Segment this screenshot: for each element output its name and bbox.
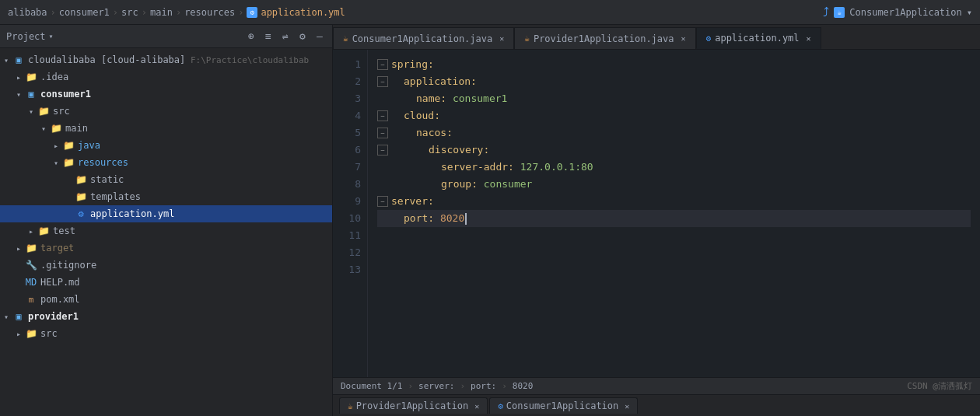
breadcrumb-src[interactable]: src [121, 7, 138, 18]
tree-label-main: main [65, 123, 88, 134]
tree-label-test: test [53, 225, 75, 236]
fold-1[interactable]: − [377, 59, 388, 70]
tree-label-consumer1: consumer1 [40, 89, 91, 100]
code-spring: spring: [391, 56, 434, 73]
tree-item-provider-src[interactable]: ▸ 📁 src [0, 325, 332, 342]
java-icon-tab1: ☕ [343, 33, 348, 44]
watermark: CSDN @清洒孤灯 [907, 380, 972, 392]
bottom-tab-provider[interactable]: ☕ Provider1Application ✕ [339, 397, 488, 414]
fold-5[interactable]: − [377, 128, 388, 138]
yml-icon-tab: ⚙ [706, 33, 712, 44]
tree-item-pom[interactable]: m pom.xml [0, 291, 332, 308]
tab-provider-app[interactable]: ☕ Provider1Application.java ✕ [514, 27, 695, 49]
folder-icon-test: 📁 [37, 225, 50, 237]
app-name: Consumer1Application [849, 7, 962, 18]
breadcrumb-resources[interactable]: resources [184, 7, 235, 18]
sidebar-actions: ⊕ ≡ ⇌ ⚙ — [245, 30, 326, 43]
tree-label-help: HELP.md [40, 277, 80, 288]
breadcrumb-main[interactable]: main [150, 7, 173, 18]
code-line-9: − server: [377, 193, 971, 210]
arrow-test: ▸ [25, 227, 37, 236]
tree-item-test[interactable]: ▸ 📁 test [0, 222, 332, 239]
module-icon: ▣ [12, 54, 25, 66]
main-layout: Project ▾ ⊕ ≡ ⇌ ⚙ — ▾ ▣ cloudalibaba [cl… [0, 25, 980, 416]
java-icon-bottom2: ⚙ [498, 401, 503, 411]
java-icon-bottom1: ☕ [348, 401, 353, 411]
status-document: Document 1/1 [341, 381, 402, 391]
code-server: server: [391, 193, 434, 210]
code-line-2: − application: [377, 73, 971, 90]
tree-item-static[interactable]: 📁 static [0, 171, 332, 188]
tree-item-application-yml[interactable]: ⚙ application.yml [0, 205, 332, 222]
project-dropdown[interactable]: ▾ [49, 32, 54, 40]
folder-icon-static: 📁 [75, 173, 87, 186]
code-line-10: port: 8020 [377, 210, 971, 227]
breadcrumb-file[interactable]: application.yml [261, 7, 345, 18]
arrow-resources: ▾ [50, 159, 62, 167]
tree-item-help-md[interactable]: MD HELP.md [0, 274, 332, 291]
minimize-icon[interactable]: — [313, 30, 326, 43]
breadcrumb-consumer1[interactable]: consumer1 [59, 7, 110, 18]
module-icon-consumer1: ▣ [25, 88, 37, 100]
code-server-addr-val: 127.0.0.1:80 [520, 159, 593, 176]
arrow-provider-src: ▸ [12, 330, 25, 338]
bottom-tab-close-consumer[interactable]: ✕ [625, 402, 629, 411]
tree-item-java[interactable]: ▸ 📁 java [0, 137, 332, 154]
code-discovery: discovery: [429, 142, 489, 159]
tree-item-main[interactable]: ▾ 📁 main [0, 120, 332, 137]
fold-6[interactable]: − [377, 145, 388, 156]
tree-item-src[interactable]: ▾ 📁 src [0, 103, 332, 120]
tree-label-gitignore: .gitignore [40, 260, 96, 271]
code-application: application: [404, 73, 477, 90]
tab-app-yml[interactable]: ⚙ application.yml ✕ [696, 27, 821, 49]
arrow-provider1: ▾ [0, 313, 12, 321]
tree-label-provider-src: src [40, 328, 58, 339]
tree-item-gitignore[interactable]: 🔧 .gitignore [0, 257, 332, 274]
code-group-key: group: [441, 176, 484, 193]
folder-icon-resources: 📁 [62, 156, 75, 169]
title-bar: alibaba › consumer1 › src › main › resou… [0, 0, 980, 25]
tree-label-static: static [90, 174, 124, 185]
fold-9[interactable]: − [377, 196, 388, 207]
nav-icon: ⤴ [823, 5, 829, 19]
tree-label-cloudalibaba: cloudalibaba [cloud-alibaba] [28, 54, 185, 65]
title-right: ⤴ ☕ Consumer1Application ▾ [823, 5, 972, 19]
fold-4[interactable]: − [377, 110, 388, 121]
tree-item-consumer1[interactable]: ▾ ▣ consumer1 [0, 86, 332, 103]
code-editor[interactable]: 1 2 3 4 5 6 7 8 9 10 11 12 13 [333, 50, 980, 377]
editor-tabs: ☕ Consumer1Application.java ✕ ☕ Provider… [333, 25, 980, 50]
code-line-4: − cloud: [377, 107, 971, 124]
yml-file-icon: ⚙ [75, 208, 87, 220]
breadcrumb-alibaba[interactable]: alibaba [8, 7, 47, 18]
dropdown-arrow[interactable]: ▾ [967, 7, 972, 18]
tab-close-consumer[interactable]: ✕ [499, 34, 504, 43]
tree-label-pom: pom.xml [40, 294, 80, 305]
tab-close-yml[interactable]: ✕ [807, 34, 811, 43]
sidebar: Project ▾ ⊕ ≡ ⇌ ⚙ — ▾ ▣ cloudalibaba [cl… [0, 25, 333, 416]
bottom-tab-close-provider[interactable]: ✕ [474, 402, 479, 411]
md-icon: MD [25, 276, 37, 288]
expand-icon[interactable]: ⇌ [279, 30, 292, 43]
fold-2[interactable]: − [377, 76, 388, 87]
locate-icon[interactable]: ⊕ [245, 30, 257, 43]
tree-item-provider1[interactable]: ▾ ▣ provider1 [0, 308, 332, 325]
settings-icon[interactable]: ⚙ [296, 30, 309, 43]
folder-icon-provider-src: 📁 [25, 327, 37, 340]
tree-item-resources[interactable]: ▾ 📁 resources [0, 154, 332, 171]
tree-item-target[interactable]: ▸ 📁 target [0, 239, 332, 257]
bottom-tab-consumer[interactable]: ⚙ Consumer1Application ✕ [489, 397, 638, 414]
tree-label-yml: application.yml [90, 208, 174, 219]
code-content[interactable]: − spring: − application: name: consumer1 [368, 50, 980, 377]
tree-item-idea[interactable]: ▸ 📁 .idea [0, 68, 332, 86]
tree-label-templates: templates [90, 191, 141, 202]
tree-label-provider1: provider1 [28, 311, 79, 322]
tab-close-provider[interactable]: ✕ [681, 34, 686, 43]
yml-icon: ⚙ [247, 7, 257, 18]
sort-icon[interactable]: ≡ [262, 30, 275, 43]
tree-item-cloudalibaba[interactable]: ▾ ▣ cloudalibaba [cloud-alibaba] F:\Prac… [0, 51, 332, 68]
code-group-val: consumer [484, 176, 533, 193]
tree-item-templates[interactable]: 📁 templates [0, 188, 332, 205]
tab-consumer-app[interactable]: ☕ Consumer1Application.java ✕ [333, 27, 514, 49]
code-line-7: server-addr: 127.0.0.1:80 [377, 159, 971, 176]
sidebar-title: Project ▾ [6, 31, 54, 42]
